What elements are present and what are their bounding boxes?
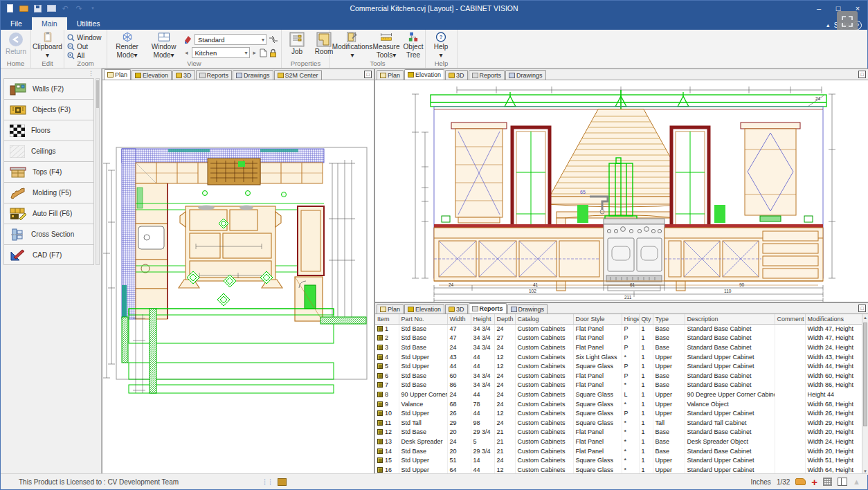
screen-capture-overlay[interactable]: [837, 11, 858, 32]
column-header[interactable]: Width: [447, 314, 471, 324]
elev-tab-reports[interactable]: Reports: [469, 70, 505, 80]
table-row[interactable]: 4Std Upper434412Custom CabinetsSix Light…: [375, 352, 863, 362]
table-row[interactable]: 7Std Base8634 3/424Custom CabinetsFlat P…: [375, 381, 863, 390]
table-row[interactable]: 14Std Base2029 3/421Custom CabinetsFlat …: [375, 446, 863, 456]
table-row[interactable]: 9Valance687824Custom CabinetsSquare Glas…: [375, 399, 863, 409]
table-row[interactable]: 890 Upper Corner244424Custom CabinetsSqu…: [375, 390, 863, 399]
collapse-ribbon-icon[interactable]: ▲: [826, 23, 831, 28]
plan-tab-elevation[interactable]: Elevation: [132, 70, 172, 80]
split-view-icon[interactable]: [838, 478, 847, 486]
table-row[interactable]: 12Std Base2029 3/421Custom CabinetsFlat …: [375, 428, 863, 437]
reports-maximize-button[interactable]: □: [858, 305, 866, 312]
snap-hand-icon[interactable]: [795, 478, 806, 485]
column-header[interactable]: Depth: [494, 314, 515, 324]
plan-tab-reports[interactable]: Reports: [196, 70, 233, 80]
right-base-cabinets[interactable]: [664, 228, 823, 281]
right-upper-cabinet[interactable]: [741, 122, 800, 221]
sidebar-item-ceilings[interactable]: Ceilings: [3, 140, 94, 161]
elev-tab-drawings[interactable]: Drawings: [505, 70, 546, 80]
plan-tab-s2m[interactable]: S2M Center: [274, 70, 322, 80]
return-button[interactable]: Return: [3, 31, 28, 60]
sidebar-item-walls[interactable]: Walls (F2): [3, 78, 94, 99]
zoom-out-button[interactable]: Out: [67, 42, 102, 51]
rep-tab-plan[interactable]: Plan: [377, 304, 404, 314]
column-header[interactable]: Modifications: [805, 314, 863, 324]
zoom-window-button[interactable]: Window: [67, 33, 102, 42]
table-row[interactable]: 11Std Tall299824Custom CabinetsSquare Gl…: [375, 418, 863, 428]
sidebar-item-cross-section[interactable]: Cross Section: [3, 224, 94, 244]
next-room-button[interactable]: ▸: [252, 49, 258, 56]
tab-file[interactable]: File: [1, 17, 32, 30]
column-header[interactable]: Comment: [775, 314, 805, 324]
range-appliance[interactable]: [208, 158, 260, 185]
tab-utilities[interactable]: Utilities: [67, 17, 110, 30]
resize-grip-icon[interactable]: ▲: [853, 478, 860, 486]
sidebar-item-autofill[interactable]: Auto Fill (F6): [3, 203, 94, 224]
column-header[interactable]: Height: [471, 314, 494, 324]
table-row[interactable]: 15Std Upper511424Custom CabinetsSquare G…: [375, 455, 863, 465]
sidebar-item-tops[interactable]: Tops (F4): [3, 161, 94, 182]
grip-icon[interactable]: ⋮: [88, 70, 94, 77]
table-row[interactable]: 1Std Base4734 3/424Custom CabinetsFlat P…: [375, 324, 863, 334]
sink[interactable]: [138, 226, 164, 249]
column-header[interactable]: Catalog: [515, 314, 573, 324]
table-row[interactable]: 10Std Upper264412Custom CabinetsSquare G…: [375, 408, 863, 418]
redo-button[interactable]: ↷: [74, 3, 84, 13]
room-select[interactable]: Kitchen▾: [192, 47, 250, 58]
table-scrollbar[interactable]: ▲ ▼: [862, 314, 868, 475]
column-header[interactable]: Qty: [639, 314, 653, 324]
elev-tab-3d[interactable]: 3D: [445, 70, 468, 80]
table-row[interactable]: 6Std Base6034 3/424Custom CabinetsFlat P…: [375, 371, 863, 381]
new-file-button[interactable]: [5, 3, 15, 13]
print-button[interactable]: [46, 3, 56, 13]
column-header[interactable]: Part No.: [399, 314, 447, 324]
undo-button[interactable]: ↶: [60, 3, 70, 13]
previous-room-button[interactable]: ◂: [183, 49, 190, 56]
sidebar-item-cad[interactable]: CAD (F7): [3, 244, 94, 265]
render-style-select[interactable]: Standard▾: [195, 34, 266, 45]
modifications-button[interactable]: Modifications▾: [333, 31, 372, 60]
plan-maximize-button[interactable]: □: [364, 71, 372, 78]
qat-more-button[interactable]: ▾: [88, 3, 98, 13]
table-row[interactable]: 13Desk Spreader24521Custom CabinetsFlat …: [375, 437, 863, 446]
open-file-button[interactable]: [19, 3, 28, 13]
grid-toggle-icon[interactable]: [823, 478, 832, 486]
column-header[interactable]: Type: [653, 314, 685, 324]
status-grip-icon[interactable]: ⋮⋮: [262, 478, 273, 485]
zoom-all-button[interactable]: All: [67, 51, 102, 60]
rep-tab-drawings[interactable]: Drawings: [507, 304, 548, 314]
plan-tab-3d[interactable]: 3D: [172, 70, 195, 80]
left-upper-cabinet[interactable]: [451, 122, 507, 223]
elevation-maximize-button[interactable]: □: [858, 71, 866, 78]
elev-tab-elevation[interactable]: Elevation: [404, 69, 444, 80]
table-row[interactable]: 3Std Base2434 3/424Custom CabinetsFlat P…: [375, 343, 863, 352]
elev-tab-plan[interactable]: Plan: [377, 70, 404, 80]
sidebar-scrollbar[interactable]: [96, 78, 100, 265]
column-header[interactable]: Description: [685, 314, 775, 324]
column-header[interactable]: Item: [375, 314, 399, 324]
tab-main[interactable]: Main: [32, 17, 67, 30]
right-cabinet-run[interactable]: [295, 206, 324, 321]
render-mode-button[interactable]: Render Mode▾: [110, 31, 144, 60]
table-row[interactable]: 5Std Upper444412Custom CabinetsSquare Gl…: [375, 361, 863, 371]
rep-tab-elevation[interactable]: Elevation: [404, 304, 444, 314]
window-mode-button[interactable]: Window Mode▾: [146, 31, 181, 60]
range-stove[interactable]: [604, 219, 664, 291]
minimize-button[interactable]: –: [809, 1, 829, 16]
job-button[interactable]: Job: [284, 31, 309, 60]
sidebar-item-objects[interactable]: Objects (F3): [3, 99, 94, 120]
save-button[interactable]: [33, 3, 42, 13]
sidebar-item-molding[interactable]: Molding (F5): [3, 182, 94, 203]
lock-icon[interactable]: [269, 48, 277, 57]
crosshair-icon[interactable]: +: [811, 476, 817, 488]
help-button[interactable]: ? Help▾: [428, 31, 453, 60]
plan-tab-drawings[interactable]: Drawings: [233, 70, 273, 80]
elevation-drawing-canvas[interactable]: 24: [375, 80, 868, 302]
column-header[interactable]: Hinge: [622, 314, 639, 324]
table-row[interactable]: 2Std Base4734 3/427Custom CabinetsFlat P…: [375, 334, 863, 343]
rep-tab-reports[interactable]: Reports: [469, 303, 507, 314]
object-tree-button[interactable]: Object Tree: [401, 31, 426, 60]
plan-drawing-canvas[interactable]: [102, 80, 374, 474]
new-room-icon[interactable]: [260, 48, 267, 57]
measure-tools-button[interactable]: Measure Tools▾: [374, 31, 399, 60]
